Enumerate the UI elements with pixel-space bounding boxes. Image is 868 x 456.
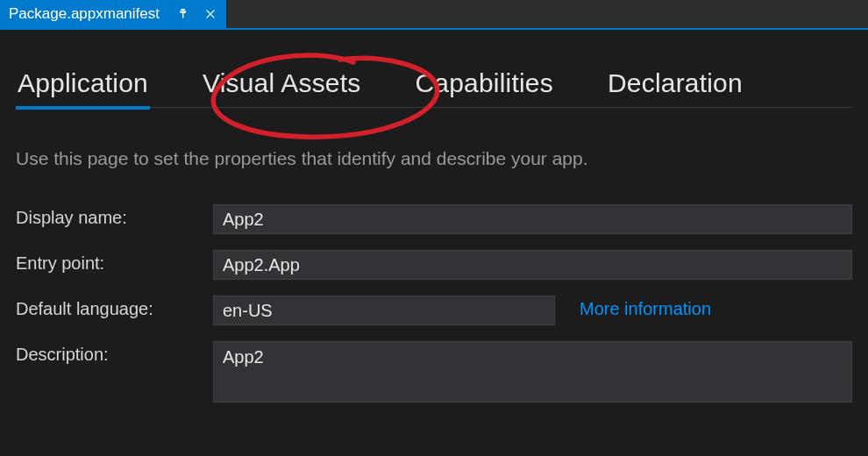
label-description: Description:	[16, 341, 204, 365]
tab-visual-assets[interactable]: Visual Assets	[201, 65, 362, 103]
pin-icon[interactable]	[177, 7, 191, 21]
tab-declarations[interactable]: Declaration	[606, 65, 744, 103]
document-tab-filename: Package.appxmanifest	[9, 5, 165, 23]
row-description: Description:	[16, 341, 852, 403]
document-tab-strip: Package.appxmanifest	[0, 0, 868, 30]
label-display-name: Display name:	[16, 204, 204, 228]
row-display-name: Display name:	[16, 204, 852, 234]
close-icon[interactable]	[203, 7, 217, 21]
input-display-name[interactable]	[213, 204, 852, 234]
label-entry-point: Entry point:	[16, 250, 204, 274]
row-entry-point: Entry point:	[16, 250, 852, 280]
input-default-language[interactable]	[213, 296, 555, 325]
input-entry-point[interactable]	[213, 250, 852, 280]
label-default-language: Default language:	[16, 296, 204, 319]
tab-capabilities[interactable]: Capabilities	[413, 65, 554, 103]
document-tab-active[interactable]: Package.appxmanifest	[0, 0, 226, 28]
manifest-section-tabs: Application Visual Assets Capabilities D…	[16, 65, 852, 108]
application-form: Display name: Entry point: Default langu…	[16, 204, 852, 403]
row-default-language: Default language: More information	[16, 296, 852, 325]
tab-application[interactable]: Application	[16, 65, 150, 103]
page-description: Use this page to set the properties that…	[16, 148, 852, 169]
link-more-information[interactable]: More information	[564, 296, 711, 319]
input-description[interactable]	[213, 341, 852, 403]
